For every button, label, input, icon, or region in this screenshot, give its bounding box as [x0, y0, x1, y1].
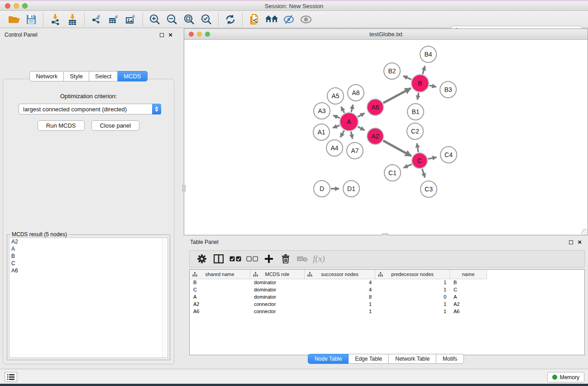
column-header-predecessor-nodes[interactable]: predecessor nodes	[375, 270, 450, 279]
import-table-icon[interactable]	[64, 12, 81, 27]
node-D1[interactable]: D1	[343, 181, 359, 197]
edge-A-A4[interactable]	[340, 130, 344, 137]
edge-C-C2[interactable]	[417, 143, 418, 152]
edge-B-B4[interactable]	[423, 66, 425, 74]
select-all-checkboxes-icon[interactable]	[227, 252, 244, 266]
edge-B-B1[interactable]	[417, 93, 419, 100]
column-header-shared-name[interactable]: shared name	[190, 270, 250, 279]
zoom-fit-icon[interactable]	[181, 12, 198, 27]
edge-A-A5[interactable]	[341, 107, 344, 113]
save-icon[interactable]	[23, 12, 40, 27]
hide-annotations-icon[interactable]	[280, 12, 297, 27]
column-header-successor-nodes[interactable]: successor nodes	[305, 270, 375, 279]
optimization-criterion-dropdown[interactable]: largest connected component (directed)	[19, 104, 161, 114]
node-A1[interactable]: A1	[313, 124, 330, 140]
column-layout-icon[interactable]	[210, 252, 227, 266]
duplicate-network-icon[interactable]	[246, 12, 263, 27]
result-item[interactable]: C	[10, 260, 167, 267]
function-builder-icon[interactable]: f(x)	[311, 252, 327, 266]
result-item[interactable]: B	[10, 253, 167, 260]
show-view-icon[interactable]	[297, 12, 315, 27]
window-resize-grip[interactable]	[581, 229, 588, 235]
node-C2[interactable]: C2	[407, 123, 423, 139]
delete-icon[interactable]	[277, 252, 294, 266]
close-table-panel-icon[interactable]: ×	[578, 240, 582, 244]
edge-A2-C[interactable]	[383, 141, 411, 156]
edge-A-A2[interactable]	[358, 127, 364, 130]
zoom-selected-icon[interactable]	[198, 12, 215, 27]
node-C1[interactable]: C1	[384, 165, 401, 181]
edge-A-A8[interactable]	[351, 105, 353, 112]
table-row[interactable]: Cdominator41C	[190, 286, 584, 294]
tab-motifs[interactable]: Motifs	[436, 354, 464, 364]
add-icon[interactable]	[260, 252, 277, 266]
edge-C-C3[interactable]	[422, 169, 425, 177]
node-C[interactable]: C	[412, 153, 427, 168]
node-A3[interactable]: A3	[314, 103, 330, 119]
tab-edge-table[interactable]: Edge Table	[349, 354, 389, 364]
edge-A-A1[interactable]	[333, 125, 339, 128]
tab-mcds[interactable]: MCDS	[118, 71, 147, 81]
table-row[interactable]: A6connector11A6	[190, 308, 584, 315]
result-item[interactable]: A	[10, 245, 167, 253]
node-C3[interactable]: C3	[421, 181, 437, 197]
node-C4[interactable]: C4	[440, 147, 457, 163]
network-window-titlebar[interactable]: testGlobe.txt	[184, 29, 588, 40]
edge-C-C1[interactable]	[404, 164, 412, 168]
gear-icon[interactable]	[193, 252, 210, 266]
table-row[interactable]: Bdominator41B	[190, 279, 584, 286]
zoom-out-icon[interactable]	[163, 12, 181, 27]
import-network-icon[interactable]	[47, 12, 64, 27]
edge-A6-B[interactable]	[383, 88, 411, 103]
task-history-button[interactable]	[5, 372, 17, 382]
edge-B-B3[interactable]	[430, 86, 436, 87]
scrollbar[interactable]	[162, 238, 167, 357]
zoom-in-icon[interactable]	[146, 12, 163, 27]
node-A[interactable]: A	[340, 113, 358, 131]
result-item[interactable]: A6	[10, 267, 167, 274]
node-A6[interactable]: A6	[367, 99, 383, 115]
mcds-result-list[interactable]: A2ABCA6	[9, 238, 168, 358]
export-table-icon[interactable]	[105, 12, 122, 27]
node-B2[interactable]: B2	[384, 63, 400, 79]
refresh-layout-icon[interactable]	[222, 12, 239, 27]
tab-style[interactable]: Style	[64, 71, 89, 81]
float-panel-icon[interactable]	[160, 33, 164, 37]
node-A7[interactable]: A7	[347, 143, 363, 159]
export-network-icon[interactable]	[88, 12, 105, 27]
tab-network-table[interactable]: Network Table	[389, 354, 436, 364]
memory-button[interactable]: Memory	[547, 372, 584, 382]
open-folder-icon[interactable]	[5, 12, 23, 27]
column-header-name[interactable]: name	[450, 270, 487, 279]
edge-C-C4[interactable]	[428, 157, 437, 159]
table-row[interactable]: Adominator80A	[190, 294, 584, 301]
edge-B-B2[interactable]	[403, 76, 411, 80]
node-B4[interactable]: B4	[420, 46, 436, 62]
deselect-all-checkboxes-icon[interactable]	[244, 252, 260, 266]
run-mcds-button[interactable]: Run MCDS	[38, 120, 85, 131]
edge-A-A6[interactable]	[358, 113, 364, 117]
float-table-panel-icon[interactable]	[569, 240, 573, 244]
node-B[interactable]: B	[411, 75, 429, 92]
tab-network[interactable]: Network	[29, 71, 64, 81]
node-D[interactable]: D	[314, 181, 330, 197]
splitter-grip-left[interactable]	[182, 185, 186, 191]
tab-select[interactable]: Select	[89, 71, 118, 81]
home-icon[interactable]	[263, 12, 280, 27]
close-panel-button[interactable]: Close panel	[91, 120, 140, 131]
tab-node-table[interactable]: Node Table	[308, 354, 349, 364]
node-A8[interactable]: A8	[348, 85, 364, 101]
edge-A-A3[interactable]	[333, 115, 340, 118]
table-row[interactable]: A2connector11A2	[190, 301, 584, 308]
export-image-icon[interactable]	[122, 12, 139, 27]
node-A5[interactable]: A5	[327, 88, 344, 104]
close-panel-icon[interactable]: ×	[168, 33, 172, 37]
node-A2[interactable]: A2	[367, 128, 383, 144]
node-B3[interactable]: B3	[440, 81, 456, 98]
delete-table-icon[interactable]	[294, 252, 311, 266]
column-header-MCDS-role[interactable]: MCDS role	[250, 270, 305, 279]
network-canvas[interactable]: B4B2BB3A5A8A6A3B1AA1C2A2A4A7C4CC1C3DD1	[184, 40, 588, 234]
edge-A-A7[interactable]	[351, 132, 352, 139]
node-B1[interactable]: B1	[407, 104, 424, 120]
result-item[interactable]: A2	[10, 238, 167, 245]
